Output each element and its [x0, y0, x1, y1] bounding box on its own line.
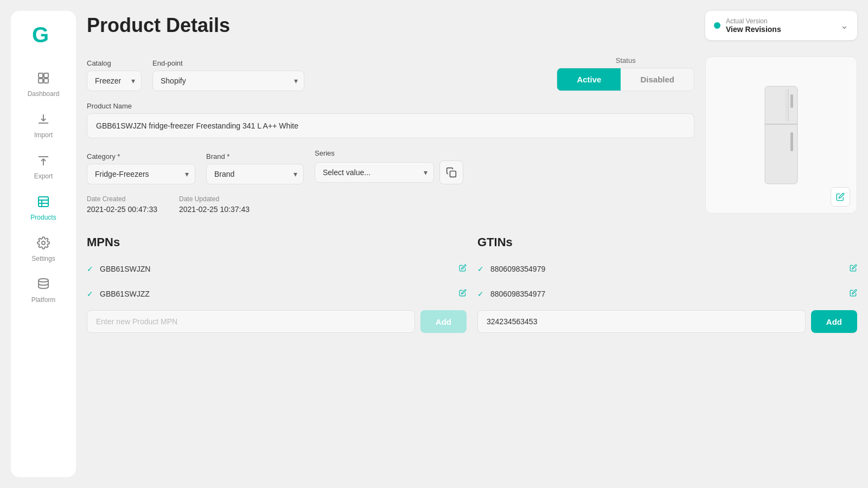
dashboard-icon	[37, 72, 50, 87]
gtin-add-button[interactable]: Add	[811, 310, 857, 333]
sidebar-item-label: Dashboard	[28, 90, 60, 98]
svg-rect-14	[790, 94, 793, 108]
product-name-label: Product Name	[87, 102, 694, 110]
app-logo[interactable]: G	[30, 22, 57, 49]
mpn-edit-icon[interactable]	[459, 264, 467, 273]
check-icon: ✓	[477, 290, 484, 298]
products-icon	[37, 195, 50, 210]
platform-icon	[37, 278, 50, 293]
date-created-item: Date Created 2021-02-25 00:47:33	[87, 195, 157, 214]
mpn-add-button[interactable]: Add	[420, 310, 467, 333]
gtin-edit-icon[interactable]	[850, 289, 857, 298]
endpoint-group: End-point Shopify ▾	[152, 59, 304, 91]
product-name-group: Product Name	[87, 102, 694, 138]
sidebar-item-label: Settings	[31, 255, 55, 262]
date-updated-value: 2021-02-25 10:37:43	[179, 205, 250, 214]
gtin-value: 8806098354979	[490, 265, 850, 273]
svg-rect-3	[39, 79, 43, 83]
mpn-input[interactable]	[87, 310, 415, 333]
mpn-add-row: Add	[87, 310, 467, 333]
gtins-title: GTINs	[477, 235, 857, 249]
version-chevron-icon: ⌄	[840, 20, 848, 31]
brand-select[interactable]: Brand	[206, 164, 304, 184]
sidebar-item-products[interactable]: Products	[19, 189, 68, 228]
endpoint-select[interactable]: Shopify	[152, 70, 304, 91]
main-content: Product Details Actual Version View Revi…	[76, 0, 868, 488]
mpns-panel: MPNs ✓ GBB61SWJZN ✓ GBB61SWJZZ	[87, 235, 467, 333]
list-item: ✓ GBB61SWJZN	[87, 256, 467, 281]
catalog-group: Catalog Freezer ▾	[87, 59, 142, 91]
gtins-panel: GTINs ✓ 8806098354979 ✓ 8806098354977	[477, 235, 857, 333]
mpn-edit-icon[interactable]	[459, 289, 467, 298]
form-left: Catalog Freezer ▾ End-point Shopify	[87, 56, 694, 224]
status-label: Status	[557, 56, 694, 65]
page-header: Product Details Actual Version View Revi…	[87, 11, 857, 40]
category-select[interactable]: Fridge-Freezers	[87, 164, 195, 184]
series-group: Series Select value... ▾	[315, 149, 463, 184]
export-icon	[37, 154, 50, 169]
sidebar-item-label: Products	[30, 214, 56, 221]
version-badge[interactable]: Actual Version View Revisions ⌄	[705, 11, 857, 40]
status-group: Status Active Disabled	[557, 56, 694, 91]
sidebar-item-export[interactable]: Export	[19, 147, 68, 187]
mpn-value: GBB61SWJZZ	[100, 290, 459, 298]
endpoint-label: End-point	[152, 59, 304, 67]
category-group: Category * Fridge-Freezers ▾	[87, 152, 195, 184]
sidebar: G Dashboard Import	[11, 11, 76, 477]
brand-select-wrapper[interactable]: Brand ▾	[206, 164, 304, 184]
image-edit-button[interactable]	[831, 187, 850, 207]
check-icon: ✓	[477, 265, 484, 273]
check-icon: ✓	[87, 265, 93, 273]
svg-rect-15	[790, 132, 793, 151]
endpoint-select-wrapper[interactable]: Shopify ▾	[152, 70, 304, 91]
svg-rect-1	[39, 73, 43, 78]
top-area: Catalog Freezer ▾ End-point Shopify	[87, 56, 857, 224]
sidebar-item-import[interactable]: Import	[19, 106, 68, 145]
product-name-input[interactable]	[87, 113, 694, 138]
svg-rect-4	[44, 79, 48, 83]
meta-row: Date Created 2021-02-25 00:47:33 Date Up…	[87, 195, 694, 214]
svg-point-10	[39, 279, 48, 282]
category-select-wrapper[interactable]: Fridge-Freezers ▾	[87, 164, 195, 184]
view-revisions-link[interactable]: View Revisions	[726, 25, 781, 34]
catalog-label: Catalog	[87, 59, 142, 67]
list-item: ✓ 8806098354979	[477, 256, 857, 281]
sidebar-item-label: Platform	[31, 296, 56, 304]
settings-icon	[37, 236, 50, 252]
status-active-button[interactable]: Active	[557, 68, 621, 91]
gtin-edit-icon[interactable]	[850, 264, 857, 273]
gtin-value: 8806098354977	[490, 290, 850, 298]
mpn-value: GBB61SWJZN	[100, 265, 459, 273]
series-select-wrapper[interactable]: Select value... ▾	[315, 162, 434, 183]
copy-button[interactable]	[439, 160, 463, 184]
product-image-card	[705, 56, 857, 214]
brand-label: Brand *	[206, 152, 304, 160]
category-label: Category *	[87, 152, 195, 160]
sidebar-item-label: Import	[34, 131, 53, 139]
sidebar-item-label: Export	[34, 172, 53, 180]
page-title: Product Details	[87, 14, 230, 37]
svg-rect-2	[44, 73, 48, 78]
product-image	[757, 81, 806, 189]
category-brand-series-row: Category * Fridge-Freezers ▾ Brand * Bra…	[87, 149, 694, 184]
status-disabled-button[interactable]: Disabled	[621, 68, 694, 91]
pencil-icon	[836, 192, 845, 201]
catalog-select[interactable]: Freezer	[87, 70, 142, 91]
gtin-input[interactable]	[477, 310, 806, 333]
mpns-title: MPNs	[87, 235, 467, 249]
date-created-label: Date Created	[87, 195, 157, 203]
date-updated-label: Date Updated	[179, 195, 250, 203]
svg-rect-5	[39, 197, 48, 207]
sidebar-item-settings[interactable]: Settings	[19, 230, 68, 269]
date-created-value: 2021-02-25 00:47:33	[87, 205, 157, 214]
svg-point-9	[42, 241, 45, 245]
sidebar-item-platform[interactable]: Platform	[19, 271, 68, 310]
bottom-section: MPNs ✓ GBB61SWJZN ✓ GBB61SWJZZ	[87, 235, 857, 333]
catalog-endpoint-row: Catalog Freezer ▾ End-point Shopify	[87, 56, 694, 91]
list-item: ✓ 8806098354977	[477, 281, 857, 306]
version-text: Actual Version View Revisions	[726, 17, 781, 34]
catalog-select-wrapper[interactable]: Freezer ▾	[87, 70, 142, 91]
series-select[interactable]: Select value...	[315, 162, 434, 183]
list-item: ✓ GBB61SWJZZ	[87, 281, 467, 306]
sidebar-item-dashboard[interactable]: Dashboard	[19, 65, 68, 104]
